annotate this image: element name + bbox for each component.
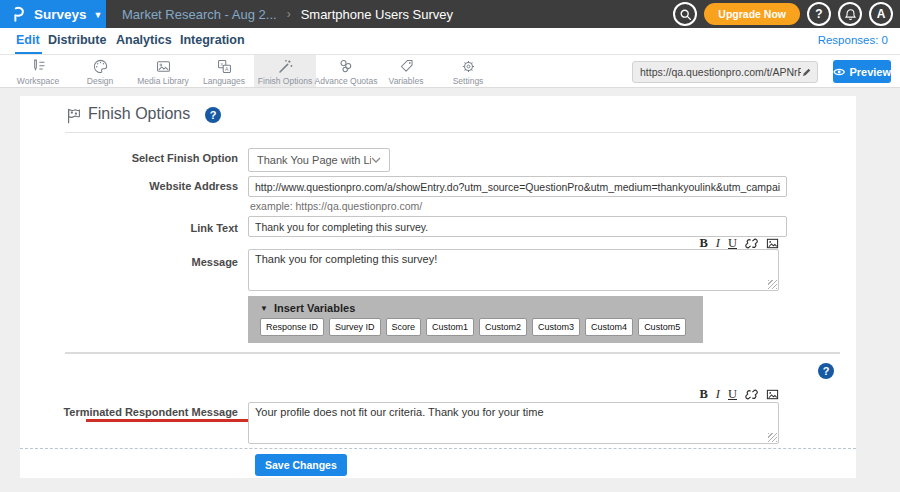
- questionpro-app: Surveys ▼ Market Research - Aug 2... › S…: [0, 0, 900, 492]
- caret-down-icon: ▼: [94, 10, 103, 20]
- help-button[interactable]: ?: [807, 2, 831, 26]
- breadcrumb-folder[interactable]: Market Research - Aug 2...: [122, 7, 277, 22]
- workspace-icon: [30, 58, 47, 75]
- caret-down-icon: ▼: [260, 304, 268, 313]
- italic-button[interactable]: I: [716, 388, 720, 401]
- svg-text:A: A: [225, 66, 229, 72]
- red-underline-annotation: [86, 419, 262, 422]
- toolbar-label: Design: [87, 76, 113, 86]
- website-address-hint: example: https://qa.questionpro.com/: [250, 200, 422, 212]
- finish-option-value: Thank You Page with Link: [257, 154, 371, 166]
- tab-distribute[interactable]: Distribute: [48, 28, 106, 53]
- questionpro-logo-icon: [9, 5, 27, 23]
- insert-variables-panel: ▼ Insert Variables Response ID Survey ID…: [248, 296, 703, 343]
- variable-button-custom3[interactable]: Custom3: [532, 318, 580, 336]
- underline-button[interactable]: U: [728, 388, 737, 401]
- preview-button[interactable]: Preview: [833, 60, 891, 83]
- breadcrumb-separator-icon: ›: [287, 7, 291, 21]
- survey-url-text: https://qa.questionpro.com/t/APNrFZgQ: [640, 66, 801, 78]
- chevron-down-icon: [371, 157, 381, 163]
- message-textarea[interactable]: Thank you for completing this survey!: [248, 249, 779, 291]
- link-text-label: Link Text: [20, 220, 238, 236]
- section-divider: [65, 352, 840, 354]
- toolbar-item-media-library[interactable]: Media Library: [132, 55, 194, 87]
- survey-nav-tabs: Edit Distribute Analytics Integration Re…: [0, 28, 900, 55]
- textarea-resize-handle[interactable]: [768, 433, 777, 442]
- toolbar-item-languages[interactable]: x A Languages: [193, 55, 255, 87]
- toolbar-label: Media Library: [137, 76, 189, 86]
- terminated-section-help-icon[interactable]: ?: [818, 363, 834, 379]
- top-header: Surveys ▼ Market Research - Aug 2... › S…: [0, 0, 900, 28]
- edit-pencil-icon[interactable]: [801, 67, 812, 78]
- avatar[interactable]: A: [869, 2, 893, 26]
- toolbar-label: Variables: [389, 76, 424, 86]
- image-button[interactable]: [766, 388, 779, 401]
- responses-count[interactable]: Responses: 0: [818, 28, 888, 53]
- languages-icon: x A: [216, 58, 233, 75]
- finish-option-dropdown[interactable]: Thank You Page with Link: [248, 148, 390, 172]
- toolbar-item-finish-options[interactable]: Finish Options: [254, 55, 316, 87]
- textarea-resize-handle[interactable]: [768, 280, 777, 289]
- media-library-icon: [155, 58, 172, 75]
- toolbar-label: Finish Options: [258, 76, 312, 86]
- terminated-editor-toolbar: B I U: [659, 388, 779, 401]
- select-finish-option-label: Select Finish Option: [20, 150, 238, 166]
- toolbar-item-advance-quotas[interactable]: Advance Quotas: [315, 55, 377, 87]
- toolbar-label: Workspace: [17, 76, 59, 86]
- save-changes-button[interactable]: Save Changes: [255, 454, 347, 476]
- website-address-input[interactable]: [248, 176, 787, 197]
- terminated-message-textarea[interactable]: Your profile does not fit our criteria. …: [248, 402, 779, 444]
- link-text-input[interactable]: [248, 216, 787, 237]
- toolbar-label: Languages: [203, 76, 245, 86]
- page-title: Finish Options: [88, 105, 190, 123]
- notifications-button[interactable]: [838, 2, 862, 26]
- product-menu[interactable]: Surveys ▼: [0, 0, 106, 28]
- survey-url-field[interactable]: https://qa.questionpro.com/t/APNrFZgQ: [632, 61, 818, 83]
- dashed-divider: [20, 448, 856, 449]
- variable-button-score[interactable]: Score: [386, 318, 422, 336]
- variable-button-custom2[interactable]: Custom2: [479, 318, 527, 336]
- product-name: Surveys: [34, 7, 87, 22]
- finish-options-panel: Finish Options ? Select Finish Option Th…: [20, 96, 856, 478]
- tab-edit[interactable]: Edit: [16, 28, 40, 53]
- insert-variables-buttons: Response ID Survey ID Score Custom1 Cust…: [248, 317, 703, 336]
- search-icon: [679, 8, 692, 21]
- variables-tag-icon: [398, 58, 415, 75]
- variable-button-survey-id[interactable]: Survey ID: [329, 318, 381, 336]
- link-button[interactable]: [745, 388, 758, 401]
- upgrade-now-button[interactable]: Upgrade Now: [704, 3, 800, 25]
- bold-button[interactable]: B: [699, 388, 707, 401]
- toolbar-item-workspace[interactable]: Workspace: [7, 55, 69, 87]
- toolbar-item-design[interactable]: Design: [69, 55, 131, 87]
- bell-icon: [844, 8, 857, 21]
- insert-variables-title: Insert Variables: [274, 302, 355, 314]
- search-button[interactable]: [673, 2, 697, 26]
- finish-options-wand-icon: [277, 58, 294, 75]
- tab-analytics[interactable]: Analytics: [116, 28, 172, 53]
- variable-button-custom4[interactable]: Custom4: [585, 318, 633, 336]
- toolbar-item-variables[interactable]: Variables: [375, 55, 437, 87]
- insert-variables-toggle[interactable]: ▼ Insert Variables: [248, 296, 703, 317]
- tab-integration[interactable]: Integration: [180, 28, 245, 53]
- toolbar-label: Advance Quotas: [315, 76, 378, 86]
- breadcrumb-survey-name: Smartphone Users Survey: [301, 7, 453, 22]
- header-actions: Upgrade Now ? A: [673, 0, 893, 28]
- toolbar-item-settings[interactable]: Settings: [437, 55, 499, 87]
- divider: [65, 132, 840, 133]
- advance-quotas-links-icon: [338, 58, 355, 75]
- terminated-respondent-message-label: Terminated Respondent Message: [20, 404, 238, 420]
- breadcrumb: Market Research - Aug 2... › Smartphone …: [122, 0, 453, 28]
- website-address-label: Website Address: [20, 178, 238, 194]
- eye-icon: [833, 67, 845, 77]
- preview-label: Preview: [849, 66, 891, 78]
- variable-button-custom1[interactable]: Custom1: [426, 318, 474, 336]
- settings-gear-icon: [460, 58, 477, 75]
- message-label: Message: [20, 254, 238, 270]
- active-tab-underline: [15, 52, 42, 54]
- finish-flag-icon: [65, 107, 83, 125]
- variable-button-custom5[interactable]: Custom5: [638, 318, 686, 336]
- design-palette-icon: [92, 58, 109, 75]
- finish-options-help-icon[interactable]: ?: [205, 107, 221, 123]
- variable-button-response-id[interactable]: Response ID: [260, 318, 324, 336]
- edit-toolbar: Workspace Design Media Library x A: [0, 55, 900, 88]
